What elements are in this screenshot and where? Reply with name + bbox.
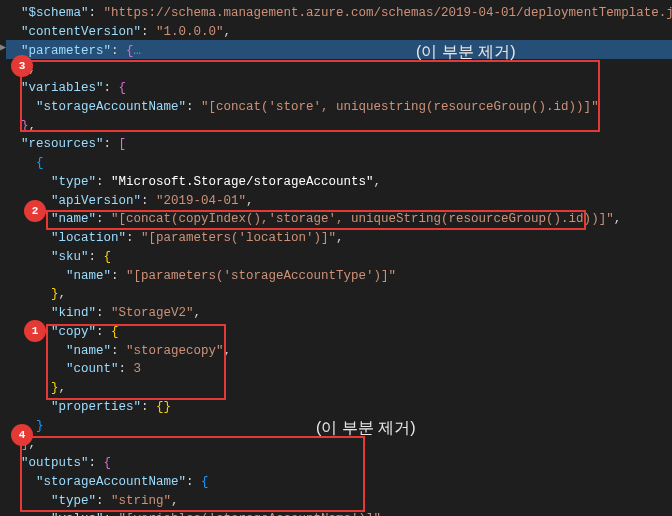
code-line: "sku": {: [6, 248, 672, 267]
code-line: "location": "[parameters('location')]",: [6, 229, 672, 248]
callout-4: 4: [11, 424, 33, 446]
code-line: },: [6, 379, 672, 398]
code-line: {: [6, 154, 672, 173]
code-line: "parameters": {…: [6, 42, 672, 61]
code-line: }: [6, 417, 672, 436]
code-line: "storageAccountName": "[concat('store', …: [6, 98, 672, 117]
code-line: "value": "[variables('storageAccountName…: [6, 510, 672, 516]
code-editor[interactable]: ▶ "$schema": "https://schema.management.…: [6, 4, 672, 516]
code-line: "resources": [: [6, 135, 672, 154]
code-line: "type": "Microsoft.Storage/storageAccoun…: [6, 173, 672, 192]
code-line: "apiVersion": "2019-04-01",: [6, 192, 672, 211]
code-line: },: [6, 117, 672, 136]
code-line: "name": "storagecopy",: [6, 342, 672, 361]
code-line: "name": "[parameters('storageAccountType…: [6, 267, 672, 286]
code-line: "properties": {}: [6, 398, 672, 417]
code-line: "variables": {: [6, 79, 672, 98]
code-line: "contentVersion": "1.0.0.0",: [6, 23, 672, 42]
callout-1: 1: [24, 320, 46, 342]
callout-2: 2: [24, 200, 46, 222]
code-line: "name": "[concat(copyIndex(),'storage', …: [6, 210, 672, 229]
code-line: "type": "string",: [6, 492, 672, 511]
fold-arrow-icon[interactable]: ▶: [0, 40, 6, 55]
code-line: "$schema": "https://schema.management.az…: [6, 4, 672, 23]
code-line: "storageAccountName": {: [6, 473, 672, 492]
code-line: "count": 3: [6, 360, 672, 379]
code-line: "outputs": {: [6, 454, 672, 473]
callout-3: 3: [11, 55, 33, 77]
code-line: "copy": {: [6, 323, 672, 342]
code-line: },: [6, 60, 672, 79]
code-line: ],: [6, 435, 672, 454]
code-line: "kind": "StorageV2",: [6, 304, 672, 323]
code-line: },: [6, 285, 672, 304]
